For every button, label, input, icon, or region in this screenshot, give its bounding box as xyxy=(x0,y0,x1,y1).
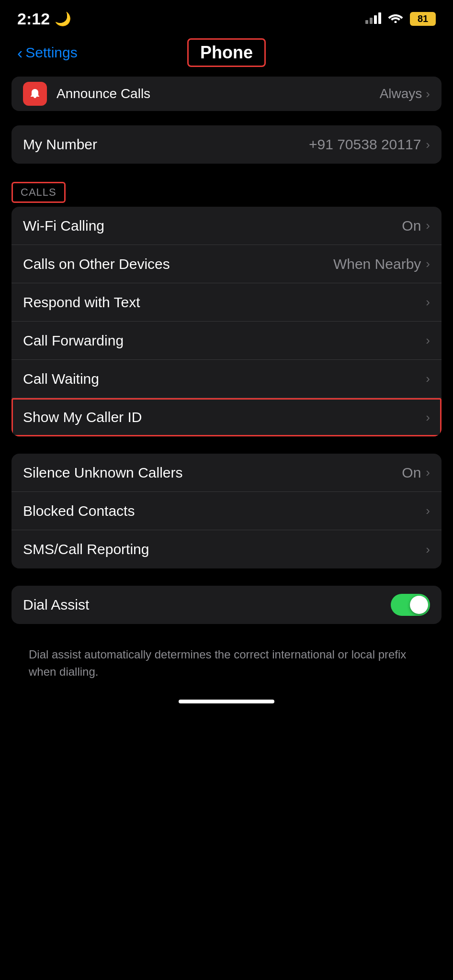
call-forwarding-chevron-icon: › xyxy=(426,333,430,348)
battery-indicator: 81 xyxy=(410,12,436,26)
silence-unknown-row[interactable]: Silence Unknown Callers On › xyxy=(11,454,442,492)
signal-icon xyxy=(365,13,381,24)
page-title: Phone xyxy=(187,38,266,67)
dial-assist-card: Dial Assist xyxy=(11,586,442,624)
respond-text-chevron-icon: › xyxy=(426,295,430,310)
toggle-thumb xyxy=(410,596,428,614)
show-caller-id-row[interactable]: Show My Caller ID › xyxy=(11,398,442,436)
announce-icon xyxy=(23,82,47,106)
my-number-row[interactable]: My Number +91 70538 20117 › xyxy=(11,125,442,164)
announce-calls-row[interactable]: Announce Calls Always › xyxy=(11,77,442,111)
svg-point-0 xyxy=(395,21,397,23)
nav-bar: ‹ Settings Phone xyxy=(0,33,453,77)
back-label: Settings xyxy=(25,45,77,61)
dial-assist-toggle[interactable] xyxy=(391,594,430,616)
my-number-value: +91 70538 20117 xyxy=(309,136,421,153)
silence-unknown-chevron-icon: › xyxy=(426,465,430,480)
calls-other-devices-row[interactable]: Calls on Other Devices When Nearby › xyxy=(11,245,442,283)
dial-assist-description: Dial assist automatically determines the… xyxy=(11,641,442,680)
privacy-card: Silence Unknown Callers On › Blocked Con… xyxy=(11,454,442,568)
blocked-contacts-row[interactable]: Blocked Contacts › xyxy=(11,492,442,530)
blocked-contacts-chevron-icon: › xyxy=(426,503,430,518)
dial-assist-row[interactable]: Dial Assist xyxy=(11,586,442,624)
my-number-chevron-icon: › xyxy=(426,137,430,152)
my-number-card: My Number +91 70538 20117 › xyxy=(11,125,442,164)
call-forwarding-row[interactable]: Call Forwarding › xyxy=(11,322,442,360)
wifi-calling-row[interactable]: Wi-Fi Calling On › xyxy=(11,207,442,245)
show-caller-id-chevron-icon: › xyxy=(426,410,430,425)
time-display: 2:12 xyxy=(17,10,50,28)
sms-call-reporting-chevron-icon: › xyxy=(426,542,430,557)
calls-card: Wi-Fi Calling On › Calls on Other Device… xyxy=(11,207,442,436)
moon-icon: 🌙 xyxy=(55,11,71,27)
sms-call-reporting-row[interactable]: SMS/Call Reporting › xyxy=(11,530,442,568)
home-indicator xyxy=(179,700,274,703)
dial-assist-label: Dial Assist xyxy=(23,597,391,613)
announce-calls-label: Announce Calls xyxy=(57,86,380,101)
status-bar: 2:12 🌙 81 xyxy=(0,0,453,33)
status-right: 81 xyxy=(365,11,436,26)
announce-calls-value: Always xyxy=(380,86,422,101)
calls-section-label: CALLS xyxy=(11,182,66,203)
calls-section-header: CALLS xyxy=(11,178,442,205)
status-time: 2:12 🌙 xyxy=(17,10,71,28)
back-button[interactable]: ‹ Settings xyxy=(17,45,78,61)
calls-other-devices-chevron-icon: › xyxy=(426,256,430,271)
my-number-label: My Number xyxy=(23,136,309,153)
call-waiting-row[interactable]: Call Waiting › xyxy=(11,360,442,398)
wifi-icon xyxy=(388,11,403,26)
call-waiting-chevron-icon: › xyxy=(426,371,430,386)
back-chevron-icon: ‹ xyxy=(17,45,23,61)
announce-chevron-icon: › xyxy=(426,87,430,101)
content: Announce Calls Always › My Number +91 70… xyxy=(0,77,453,680)
wifi-calling-chevron-icon: › xyxy=(426,218,430,233)
respond-with-text-row[interactable]: Respond with Text › xyxy=(11,283,442,322)
